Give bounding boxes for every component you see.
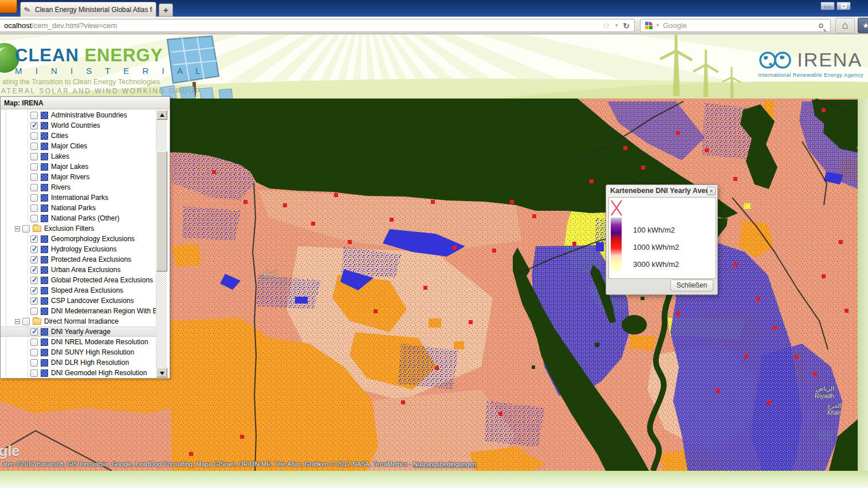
layer-row-major-cities[interactable]: Major Cities: [1, 141, 156, 151]
svg-text:الرياض: الرياض: [816, 385, 834, 392]
layer-row-international-parks[interactable]: International Parks: [1, 192, 156, 203]
browser-nav-bar: ocalhost/cem_dev.html?view=cem ☆ ▼ ↻ ▼ G…: [0, 17, 868, 34]
layer-checkbox[interactable]: [30, 215, 38, 222]
layer-tree-scrollbar[interactable]: [156, 110, 167, 377]
layer-checkbox[interactable]: [30, 266, 38, 274]
bookmarks-button[interactable]: ★: [858, 18, 868, 33]
layer-icon: [41, 308, 48, 315]
folder-icon: [33, 226, 41, 232]
layer-checkbox[interactable]: [30, 163, 38, 171]
layer-icon: [41, 235, 48, 243]
layer-row-administrative-boundries[interactable]: Administrative Boundries: [1, 110, 156, 120]
layer-label: DNI Yearly Average: [51, 328, 111, 336]
scroll-down-button[interactable]: [156, 368, 167, 377]
layer-row-lakes[interactable]: Lakes: [1, 151, 156, 162]
browser-tab[interactable]: ✎ Clean Energy Ministerial Global Atlas …: [20, 2, 156, 17]
layer-row-major-rivers[interactable]: Major Rivers: [1, 172, 156, 182]
reload-icon[interactable]: ↻: [623, 21, 630, 30]
url-bar[interactable]: ocalhost/cem_dev.html?view=cem ☆ ▼ ↻: [0, 19, 635, 32]
collapse-icon[interactable]: [15, 226, 20, 231]
layer-checkbox[interactable]: [30, 277, 38, 284]
layer-checkbox[interactable]: [30, 246, 38, 253]
layer-checkbox[interactable]: [30, 328, 38, 336]
layer-label: Exclusion Filters: [44, 225, 94, 233]
cem-ministerial: M I N I S T E R I A L: [15, 66, 206, 76]
layer-row-major-lakes[interactable]: Major Lakes: [1, 162, 156, 172]
layer-row-dni-nrel-moderate-resolution[interactable]: DNI NREL Moderate Resolution: [1, 337, 156, 347]
layer-row-hydrology-exclusions[interactable]: Hydrology Exclusions: [1, 244, 156, 254]
layer-row-direct-normal-irradiance[interactable]: Direct Normal Irradiance: [1, 316, 156, 326]
legend-window[interactable]: Kartenebene DNI Yearly Avera × 100 kWh/m…: [606, 184, 718, 295]
search-field[interactable]: ▼ Google: [640, 19, 831, 32]
irena-subtitle: International Renewable Energy Agency: [758, 72, 863, 78]
firefox-menu-button[interactable]: [0, 0, 17, 13]
layer-checkbox[interactable]: [30, 184, 38, 191]
layer-checkbox[interactable]: [30, 256, 38, 263]
home-button[interactable]: ⌂: [835, 18, 855, 33]
collapse-icon[interactable]: [15, 319, 20, 324]
layer-row-dni-dlr-high-resolution[interactable]: DNI DLR High Resolution: [1, 357, 156, 368]
layer-icon: [41, 204, 48, 212]
page-right-margin: [858, 99, 868, 471]
layer-row-exclusion-filters[interactable]: Exclusion Filters: [1, 223, 156, 234]
layer-row-dni-suny-high-resolution[interactable]: DNI SUNY High Resolution: [1, 347, 156, 357]
layer-row-national-parks-other[interactable]: National Parks (Other): [1, 213, 156, 223]
layer-checkbox[interactable]: [30, 359, 38, 367]
layer-checkbox[interactable]: [30, 132, 38, 140]
layer-checkbox[interactable]: [22, 225, 30, 233]
layer-row-dni-yearly-average[interactable]: DNI Yearly Average: [1, 326, 156, 337]
layer-checkbox[interactable]: [30, 194, 38, 202]
layer-checkbox[interactable]: [30, 287, 38, 294]
legend-close-button[interactable]: Schließen: [670, 280, 713, 292]
layer-row-rivers[interactable]: Rivers: [1, 182, 156, 192]
layer-row-dni-medeterranean-region-with-excl[interactable]: DNI Medeterranean Region With Excl...: [1, 306, 156, 316]
layer-checkbox[interactable]: [22, 318, 30, 325]
layer-checkbox[interactable]: [30, 204, 38, 212]
layer-icon: [41, 246, 48, 253]
new-tab-button[interactable]: +: [159, 3, 173, 17]
wind-turbine-illustration: [616, 35, 759, 99]
layer-row-cities[interactable]: Cities: [1, 131, 156, 141]
search-icon[interactable]: [819, 23, 823, 28]
layer-icon: [41, 174, 48, 181]
layer-row-global-protected-area-exclusions[interactable]: Global Protected Area Exclusions: [1, 275, 156, 285]
layer-row-dni-geomodel-high-resolution[interactable]: DNI Geomodel High Resolution: [1, 368, 156, 378]
search-engine-dropdown-icon[interactable]: ▼: [655, 23, 660, 28]
layer-label: Urban Area Exclusions: [51, 266, 120, 274]
layer-row-sloped-area-exclusions[interactable]: Sloped Area Exclusions: [1, 285, 156, 296]
scrollbar-thumb[interactable]: [156, 151, 167, 271]
layer-checkbox[interactable]: [30, 349, 38, 356]
layer-row-protected-area-exclusions[interactable]: Protected Area Exclusions: [1, 254, 156, 265]
svg-text:Riyadh: Riyadh: [815, 392, 834, 399]
scroll-up-button[interactable]: [156, 110, 167, 120]
layer-row-csp-landcover-exclusions[interactable]: CSP Landcover Exclusions: [1, 296, 156, 306]
legend-close-icon[interactable]: ×: [707, 187, 716, 195]
cem-word-energy: ENERGY: [84, 45, 163, 65]
url-dropdown-icon[interactable]: ▼: [614, 23, 619, 28]
layer-icon: [41, 369, 48, 377]
layer-label: Protected Area Exclusions: [51, 255, 131, 263]
layer-checkbox[interactable]: [30, 308, 38, 315]
window-restore-button[interactable]: [836, 2, 851, 10]
fayoum-oasis: [622, 315, 647, 334]
layer-row-geomorphology-exclusions[interactable]: Geomorphology Exclusions: [1, 234, 156, 244]
layer-checkbox[interactable]: [30, 112, 38, 119]
cem-word-clean: CLEAN: [15, 45, 79, 65]
layer-checkbox[interactable]: [30, 153, 38, 160]
layer-row-national-parks[interactable]: National Parks: [1, 203, 156, 213]
layer-checkbox[interactable]: [30, 174, 38, 181]
layer-checkbox[interactable]: [30, 143, 38, 150]
window-minimize-button[interactable]: [820, 2, 835, 10]
layer-checkbox[interactable]: [30, 235, 38, 243]
terms-link[interactable]: Nutzungsbedingungen: [413, 461, 476, 467]
svg-text:السلوم: السلوم: [259, 269, 277, 277]
layer-checkbox[interactable]: [30, 297, 38, 305]
layer-checkbox[interactable]: [30, 122, 38, 129]
layer-label: Major Rivers: [51, 173, 89, 181]
bookmark-star-icon[interactable]: ☆: [602, 20, 610, 31]
layer-checkbox[interactable]: [30, 339, 38, 346]
layer-row-urban-area-exclusions[interactable]: Urban Area Exclusions: [1, 265, 156, 275]
layer-row-world-countries[interactable]: World Countries: [1, 120, 156, 131]
layer-icon: [41, 266, 48, 274]
layer-checkbox[interactable]: [30, 369, 38, 377]
